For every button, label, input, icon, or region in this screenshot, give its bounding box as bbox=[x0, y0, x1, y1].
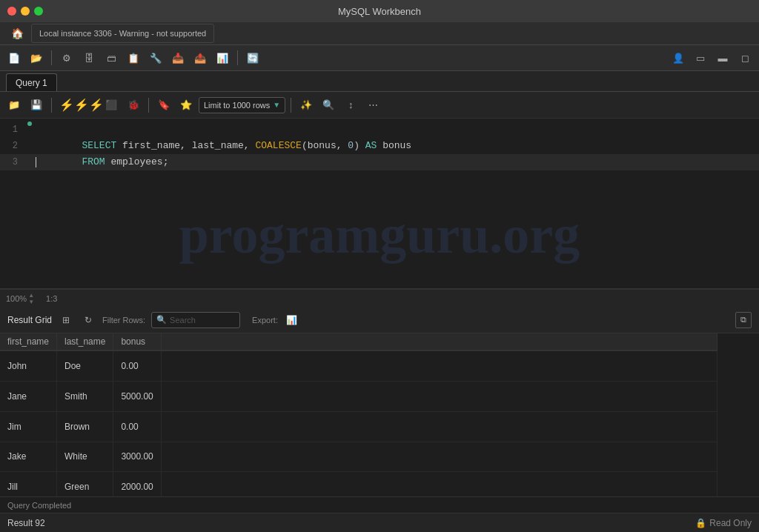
profile-btn[interactable]: 👤 bbox=[669, 48, 688, 67]
cell-1-2[interactable]: 5000.00 bbox=[113, 382, 161, 412]
home-icon[interactable]: 🏠 bbox=[6, 22, 28, 44]
cell-0-0[interactable]: John bbox=[0, 350, 57, 382]
grid-view-btn[interactable]: ⊞ bbox=[58, 312, 74, 328]
instance-tab[interactable]: Local instance 3306 - Warning - not supp… bbox=[31, 24, 214, 43]
table-row: JimBrown0.00 bbox=[0, 411, 717, 442]
query-toolbar: 📁 💾 ⚡ ⚡⚡ ⬛ 🐞 🔖 ⭐ Limit to 1000 rows ▼ ✨ … bbox=[0, 92, 759, 119]
db-connect-btn[interactable]: 🗄 bbox=[79, 48, 99, 67]
query-tab-label: Query 1 bbox=[16, 78, 47, 88]
status-left: Result 92 bbox=[7, 518, 45, 528]
table-btn[interactable]: 📋 bbox=[124, 48, 143, 67]
more-btn[interactable]: ⋯ bbox=[363, 96, 382, 115]
cell-3-0[interactable]: Jake bbox=[0, 442, 57, 472]
debug-btn[interactable]: 🐞 bbox=[124, 96, 143, 115]
query-completed-text: Query Completed bbox=[7, 501, 71, 510]
save-script-btn[interactable]: 💾 bbox=[27, 96, 46, 115]
col-header-bonus: bonus bbox=[113, 333, 161, 350]
result-table: first_name last_name bonus JohnDoe0.00Ja… bbox=[0, 333, 717, 502]
stop-btn[interactable]: ⬛ bbox=[102, 96, 121, 115]
bookmark-btn[interactable]: 🔖 bbox=[154, 96, 173, 115]
qtb-sep1 bbox=[51, 98, 52, 113]
filter-label: Filter Rows: bbox=[102, 316, 145, 325]
watermark: programguru.org bbox=[179, 205, 580, 266]
cell-1-extra bbox=[161, 382, 717, 412]
format-btn[interactable]: ↕ bbox=[341, 96, 360, 115]
toolbar-sep-1 bbox=[51, 50, 52, 65]
zoom-control[interactable]: 100% ▲▼ bbox=[6, 292, 34, 305]
cell-0-1[interactable]: Doe bbox=[57, 350, 113, 382]
query-tab-1[interactable]: Query 1 bbox=[6, 73, 57, 91]
line-num-2: 2 bbox=[0, 138, 24, 154]
new-file-btn[interactable]: 📄 bbox=[4, 48, 24, 67]
text-cursor bbox=[36, 157, 36, 167]
run-all-btn[interactable]: ⚡⚡ bbox=[79, 96, 99, 115]
line-num-1: 1 bbox=[0, 122, 24, 138]
close-button[interactable] bbox=[7, 7, 16, 16]
cell-0-extra bbox=[161, 350, 717, 382]
instance-tab-label: Local instance 3306 - Warning - not supp… bbox=[39, 29, 206, 38]
limit-dropdown[interactable]: Limit to 1000 rows ▼ bbox=[199, 97, 285, 113]
table-header-row: first_name last_name bonus bbox=[0, 333, 717, 350]
maximize-button[interactable] bbox=[34, 7, 43, 16]
cell-2-0[interactable]: Jim bbox=[0, 411, 57, 442]
limit-label: Limit to 1000 rows bbox=[204, 101, 270, 110]
search-placeholder: Search bbox=[170, 316, 196, 325]
star-btn[interactable]: ⭐ bbox=[176, 96, 196, 115]
line-dot-1 bbox=[24, 122, 36, 126]
result-tbody: JohnDoe0.00JaneSmith5000.00JimBrown0.00J… bbox=[0, 350, 717, 502]
export-grid-btn[interactable]: 📊 bbox=[284, 312, 300, 328]
zoom-arrows: ▲▼ bbox=[28, 292, 34, 305]
traffic-lights bbox=[7, 7, 43, 16]
import-btn[interactable]: 📥 bbox=[168, 48, 188, 67]
main-toolbar: 📄 📂 ⚙ 🗄 🗃 📋 🔧 📥 📤 📊 🔄 👤 ▭ ▬ ◻ bbox=[0, 44, 759, 71]
migration-btn[interactable]: 🔄 bbox=[243, 48, 262, 67]
refresh-btn[interactable]: ↻ bbox=[80, 312, 96, 328]
export-btn[interactable]: 📤 bbox=[190, 48, 210, 67]
query-btn[interactable]: 📊 bbox=[213, 48, 232, 67]
qtb-sep3 bbox=[291, 98, 291, 113]
editor-statusbar: 100% ▲▼ 1:3 bbox=[0, 289, 759, 307]
copy-result-btn[interactable]: ⧉ bbox=[735, 312, 752, 328]
read-only-badge: 🔒 Read Only bbox=[695, 518, 752, 528]
open-script-btn[interactable]: 📁 bbox=[4, 96, 24, 115]
col-header-extra bbox=[161, 333, 717, 350]
layout-btn2[interactable]: ▬ bbox=[713, 48, 732, 67]
result-count: Result 92 bbox=[7, 518, 45, 528]
lock-icon: 🔒 bbox=[695, 518, 706, 528]
read-only-label: Read Only bbox=[709, 518, 752, 528]
db-manage-btn[interactable]: 🗃 bbox=[102, 48, 121, 67]
schema-btn[interactable]: 🔧 bbox=[146, 48, 165, 67]
cell-1-1[interactable]: Smith bbox=[57, 382, 113, 412]
result-grid-label: Result Grid bbox=[7, 315, 52, 325]
sql-line-3-content bbox=[36, 154, 36, 170]
sql-lines: 1 SELECT first_name, last_name, COALESCE… bbox=[0, 119, 759, 173]
cell-0-2[interactable]: 0.00 bbox=[113, 350, 161, 382]
search-btn[interactable]: 🔍 bbox=[319, 96, 338, 115]
tab-bar: 🏠 Local instance 3306 - Warning - not su… bbox=[0, 22, 759, 44]
search-box[interactable]: 🔍 Search bbox=[151, 312, 240, 328]
layout-btn3[interactable]: ◻ bbox=[735, 48, 755, 67]
export-label: Export: bbox=[252, 316, 278, 325]
open-file-btn[interactable]: 📂 bbox=[27, 48, 46, 67]
data-table-wrap[interactable]: first_name last_name bonus JohnDoe0.00Ja… bbox=[0, 333, 717, 502]
num-zero: 0 bbox=[348, 140, 354, 151]
titlebar: MySQL Workbench bbox=[0, 0, 759, 22]
sql-editor[interactable]: programguru.org 1 SELECT first_name, las… bbox=[0, 119, 759, 289]
layout-btn1[interactable]: ▭ bbox=[691, 48, 710, 67]
cell-2-1[interactable]: Brown bbox=[57, 411, 113, 442]
kw-from: FROM bbox=[82, 156, 105, 167]
sql-line-2-content: FROM employees; bbox=[36, 138, 168, 187]
settings-btn[interactable]: ⚙ bbox=[57, 48, 76, 67]
cell-3-2[interactable]: 3000.00 bbox=[113, 442, 161, 472]
cell-1-0[interactable]: Jane bbox=[0, 382, 57, 412]
kw-as: AS bbox=[365, 140, 377, 151]
alias-bonus: bonus bbox=[377, 140, 411, 151]
cell-2-2[interactable]: 0.00 bbox=[113, 411, 161, 442]
table-row: JohnDoe0.00 bbox=[0, 350, 717, 382]
results-toolbar: Result Grid ⊞ ↻ Filter Rows: 🔍 Search Ex… bbox=[0, 307, 759, 333]
limit-arrow: ▼ bbox=[273, 101, 280, 109]
cell-3-1[interactable]: White bbox=[57, 442, 113, 472]
query-completed-bar: Query Completed bbox=[0, 496, 759, 513]
minimize-button[interactable] bbox=[21, 7, 30, 16]
sparkle-btn[interactable]: ✨ bbox=[296, 96, 316, 115]
